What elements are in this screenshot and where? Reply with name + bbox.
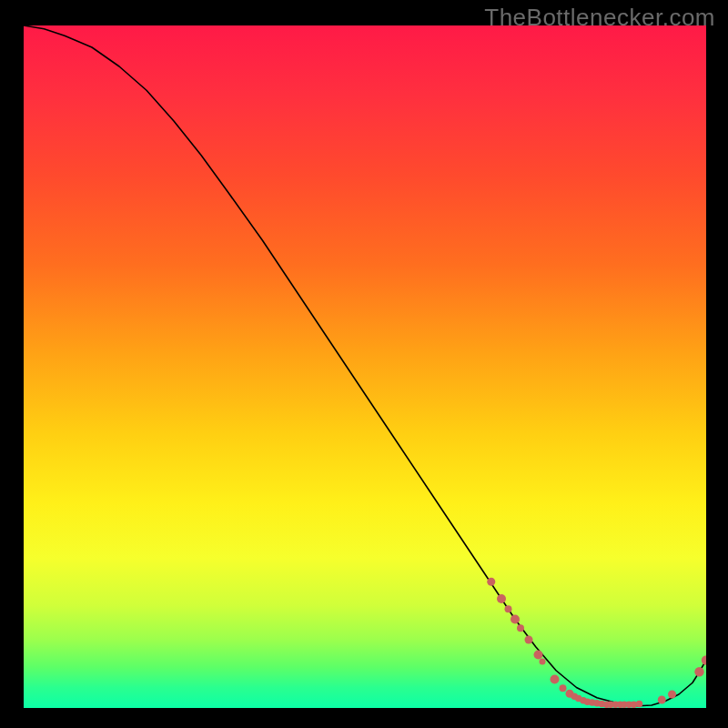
chart-frame: TheBottlenecker.com	[0, 0, 728, 728]
data-marker	[658, 696, 666, 704]
data-marker	[497, 594, 506, 603]
chart-svg	[24, 25, 706, 708]
data-marker	[505, 605, 512, 612]
data-marker	[540, 659, 546, 665]
data-marker	[668, 691, 676, 699]
data-marker	[560, 684, 567, 692]
data-marker	[636, 701, 643, 708]
data-marker	[694, 667, 703, 676]
data-marker	[534, 651, 543, 660]
plot-area	[24, 25, 706, 708]
data-marker	[487, 578, 495, 586]
data-marker	[551, 675, 560, 684]
data-marker	[517, 624, 524, 632]
chart-background	[24, 25, 706, 708]
data-marker	[511, 615, 520, 624]
data-marker	[525, 636, 533, 644]
